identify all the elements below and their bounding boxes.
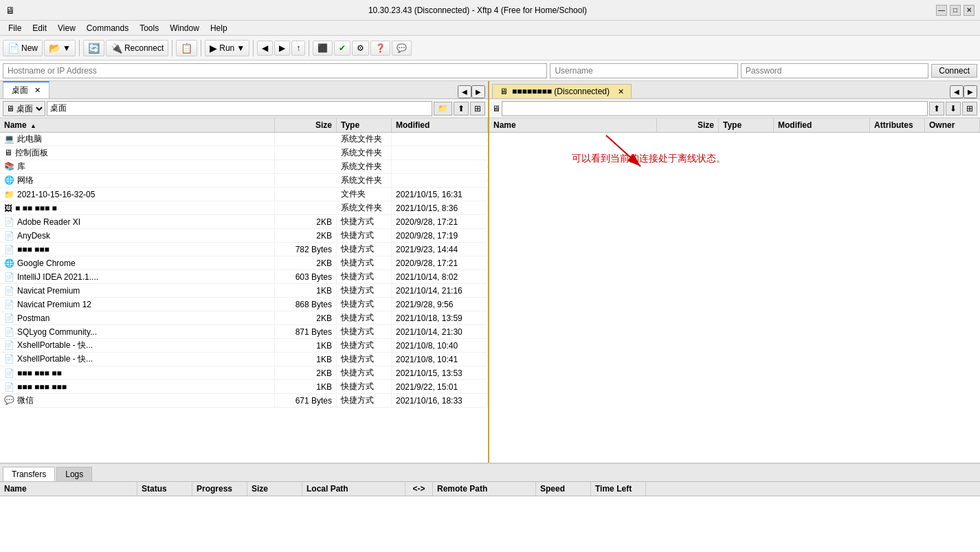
open-dropdown: ▼ (63, 43, 71, 53)
remote-upload-btn[interactable]: ⬆ (929, 102, 944, 115)
menu-edit[interactable]: Edit (27, 22, 52, 34)
tab-transfers[interactable]: Transfers (3, 467, 55, 481)
browse-button[interactable]: 📁 (434, 102, 452, 115)
remote-col-attr[interactable]: Attributes (870, 118, 925, 132)
drive-selector[interactable]: 🖥 桌面 (3, 101, 45, 116)
connect-icon-btn[interactable]: ✔ (334, 41, 350, 56)
main-area: 桌面 ✕ ◀ ▶ 🖥 桌面 📁 ⬆ ⊞ Name ▲ (0, 81, 980, 463)
new-button[interactable]: 📄 New (3, 40, 43, 56)
remote-tab-nav-prev[interactable]: ◀ (950, 85, 964, 98)
local-path-bar: 🖥 桌面 📁 ⬆ ⊞ (0, 99, 488, 118)
remote-tab-close[interactable]: ✕ (618, 87, 624, 96)
list-item[interactable]: 📄XshellPortable - 快... 1KB 快捷方式 2021/10/… (0, 353, 488, 366)
remote-col-modified[interactable]: Modified (774, 118, 870, 132)
file-name: 📄Navicat Premium (0, 285, 275, 297)
run-button[interactable]: ▶ Run ▼ (205, 40, 249, 56)
connect-button[interactable]: Connect (931, 64, 977, 78)
remote-col-type[interactable]: Type (719, 118, 774, 132)
remote-tab-disconnected[interactable]: 🖥 ■■■■■■■■ (Disconnected) ✕ (492, 84, 632, 98)
remote-download-btn[interactable]: ⬇ (946, 102, 961, 115)
forward-button[interactable]: ▶ (274, 41, 290, 56)
file-name: 📄AnyDesk (0, 230, 275, 242)
list-item[interactable]: 📄■■■ ■■■ ■■■ 1KB 快捷方式 2021/9/22, 15:01 (0, 380, 488, 394)
properties-button[interactable]: 📋 (176, 40, 197, 56)
file-icon: 📄 (4, 340, 14, 350)
stop-button[interactable]: ⬛ (313, 41, 333, 56)
menu-help[interactable]: Help (205, 22, 233, 34)
list-item[interactable]: 💬微信 671 Bytes 快捷方式 2021/10/16, 18:33 (0, 394, 488, 408)
password-input[interactable] (741, 63, 928, 78)
remote-col-size[interactable]: Size (657, 118, 719, 132)
file-modified: 2021/10/15, 13:53 (392, 367, 488, 379)
username-input[interactable] (550, 63, 737, 78)
maximize-button[interactable]: □ (950, 5, 961, 16)
file-name: 📄■■■ ■■■ ■■ (0, 367, 275, 379)
col-header-type[interactable]: Type (337, 118, 392, 132)
list-item[interactable]: 📄AnyDesk 2KB 快捷方式 2020/9/28, 17:19 (0, 229, 488, 243)
tab-nav: ◀ ▶ (458, 85, 485, 98)
file-icon: 🖥 (4, 148, 12, 157)
file-size: 1KB (275, 340, 337, 352)
file-size: 2KB (275, 367, 337, 379)
desktop-tab-close[interactable]: ✕ (34, 86, 41, 94)
file-modified: 2021/10/15, 16:31 (392, 188, 488, 201)
file-modified: 2021/10/15, 8:36 (392, 202, 488, 214)
list-item[interactable]: 🌐Google Chrome 2KB 快捷方式 2020/9/28, 17:21 (0, 256, 488, 270)
tcol-speed: Speed (536, 482, 591, 496)
tab-logs[interactable]: Logs (56, 467, 92, 481)
list-item[interactable]: 📄■■■ ■■■ 782 Bytes 快捷方式 2021/9/23, 14:44 (0, 243, 488, 256)
reconnect-button[interactable]: 🔌 Reconnect (106, 40, 168, 56)
file-name: 📄Navicat Premium 12 (0, 298, 275, 311)
remote-tab-nav-next[interactable]: ▶ (964, 85, 977, 98)
path-input[interactable] (47, 101, 432, 116)
list-item[interactable]: 📁2021-10-15-16-32-05 文件夹 2021/10/15, 16:… (0, 188, 488, 201)
list-item[interactable]: 🖼■ ■■ ■■■ ■ 系统文件夹 2021/10/15, 8:36 (0, 201, 488, 215)
col-header-modified[interactable]: Modified (392, 118, 488, 132)
col-header-size[interactable]: Size (275, 118, 337, 132)
menu-view[interactable]: View (52, 22, 81, 34)
list-item[interactable]: 📄Navicat Premium 12 868 Bytes 快捷方式 2021/… (0, 298, 488, 311)
minimize-button[interactable]: — (936, 5, 947, 16)
upload-button[interactable]: ⬆ (454, 102, 469, 115)
list-item[interactable]: 📚库 系统文件夹 (0, 160, 488, 174)
list-item[interactable]: 📄Adobe Reader XI 2KB 快捷方式 2020/9/28, 17:… (0, 215, 488, 229)
list-item[interactable]: 🖥控制面板 系统文件夹 (0, 146, 488, 160)
run-dropdown: ▼ (236, 43, 245, 53)
col-header-name[interactable]: Name ▲ (0, 118, 275, 132)
chat-button[interactable]: 💬 (392, 41, 412, 56)
tcol-progress: Progress (192, 482, 247, 496)
forward-icon: ▶ (279, 43, 285, 53)
tcol-arrow: <-> (405, 482, 433, 496)
menu-commands[interactable]: Commands (81, 22, 134, 34)
menu-window[interactable]: Window (164, 22, 205, 34)
list-item[interactable]: 📄Postman 2KB 快捷方式 2021/10/18, 13:59 (0, 311, 488, 325)
file-type: 快捷方式 (337, 393, 392, 408)
remote-col-name[interactable]: Name (489, 118, 657, 132)
view-toggle-button[interactable]: ⊞ (470, 102, 485, 115)
remote-col-owner[interactable]: Owner (925, 118, 980, 132)
remote-path-input[interactable] (502, 101, 928, 116)
list-item[interactable]: 📄XshellPortable - 快... 1KB 快捷方式 2021/10/… (0, 339, 488, 353)
hostname-input[interactable] (3, 63, 547, 78)
menu-file[interactable]: File (3, 22, 27, 34)
list-item[interactable]: 🌐网络 系统文件夹 (0, 174, 488, 188)
settings-button[interactable]: ⚙ (352, 41, 369, 56)
menu-tools[interactable]: Tools (134, 22, 164, 34)
list-item[interactable]: 💻此电脑 系统文件夹 (0, 133, 488, 146)
list-item[interactable]: 📄SQLyog Community... 871 Bytes 快捷方式 2021… (0, 325, 488, 339)
list-item[interactable]: 📄Navicat Premium 1KB 快捷方式 2021/10/14, 21… (0, 284, 488, 298)
tab-nav-next[interactable]: ▶ (471, 85, 485, 98)
sep4 (253, 40, 254, 56)
tab-nav-prev[interactable]: ◀ (458, 85, 471, 98)
local-tab-desktop[interactable]: 桌面 ✕ (3, 81, 49, 98)
up-button[interactable]: ↑ (291, 41, 305, 56)
list-item[interactable]: 📄■■■ ■■■ ■■ 2KB 快捷方式 2021/10/15, 13:53 (0, 366, 488, 380)
refresh-button[interactable]: 🔄 (83, 40, 104, 56)
close-button[interactable]: ✕ (964, 5, 975, 16)
remote-view-toggle[interactable]: ⊞ (962, 102, 977, 115)
open-button[interactable]: 📂 ▼ (44, 40, 76, 56)
list-item[interactable]: 📄IntelliJ IDEA 2021.1.... 603 Bytes 快捷方式… (0, 270, 488, 284)
back-button[interactable]: ◀ (257, 41, 273, 56)
help-button[interactable]: ❓ (370, 41, 390, 56)
new-icon: 📄 (8, 43, 19, 54)
